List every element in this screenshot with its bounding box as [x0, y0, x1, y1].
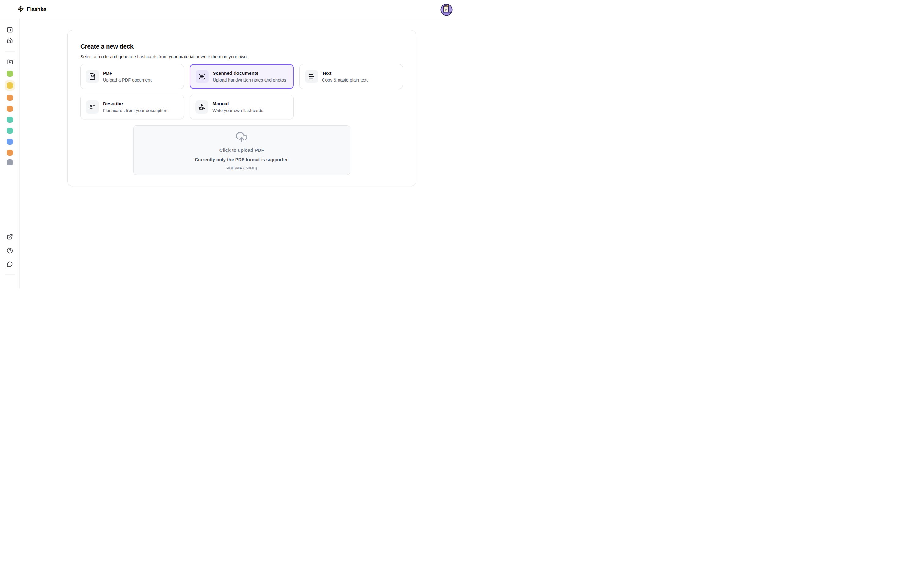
mode-scanned-documents-button[interactable]: Scanned documents Upload handwritten not… [190, 64, 293, 89]
create-deck-card: Create a new deck Select a mode and gene… [67, 30, 416, 186]
upload-hint: PDF (MAX 50MB) [226, 166, 257, 170]
mode-title: Describe [103, 102, 167, 106]
mode-title: Scanned documents [213, 71, 286, 76]
sidebar-divider-bottom [5, 274, 15, 275]
mode-selector: PDF Upload a PDF document Scanned docume… [80, 64, 403, 119]
sidebar-deck-yellow[interactable] [7, 82, 13, 89]
upload-dropzone[interactable]: Click to upload PDF Currently only the P… [133, 126, 350, 175]
sidebar-deck-gray[interactable] [7, 160, 13, 166]
sidebar-deck-orange-2[interactable] [7, 106, 13, 112]
mode-describe-button[interactable]: Describe Flashcards from your descriptio… [80, 95, 184, 119]
sidebar-deck-green[interactable] [7, 71, 13, 77]
external-link-icon[interactable] [7, 234, 13, 240]
sidebar-divider-top [5, 51, 15, 52]
lightning-bolt-icon [17, 5, 24, 13]
sidebar-deck-orange-3[interactable] [7, 150, 13, 156]
cloud-upload-icon [236, 131, 248, 143]
app-title: Flashka [27, 6, 46, 13]
panel-toggle-icon[interactable] [7, 27, 13, 33]
sidebar-deck-orange-1[interactable] [7, 95, 13, 101]
file-text-icon [86, 70, 99, 83]
sidebar-deck-teal-1[interactable] [7, 117, 13, 123]
sidebar [0, 18, 19, 288]
upload-title: Click to upload PDF [220, 147, 264, 153]
app-header: Flashka [0, 0, 462, 18]
mode-subtitle: Upload a PDF document [103, 78, 152, 82]
chat-bubble-icon[interactable] [7, 261, 13, 267]
mode-subtitle: Write your own flashcards [212, 108, 263, 113]
letter-text-icon [86, 100, 99, 114]
mode-title: PDF [103, 71, 152, 76]
sidebar-deck-teal-2[interactable] [7, 127, 13, 134]
mode-title: Text [322, 71, 368, 76]
mode-title: Manual [212, 102, 263, 106]
folder-plus-icon[interactable] [7, 59, 13, 65]
mode-subtitle: Flashcards from your description [103, 108, 167, 113]
app-logo[interactable]: Flashka [17, 0, 46, 18]
mode-text-button[interactable]: Text Copy & paste plain text [299, 64, 403, 89]
mode-pdf-button[interactable]: PDF Upload a PDF document [80, 64, 184, 89]
user-avatar[interactable] [440, 4, 452, 16]
flashcard-mascot-avatar-icon [440, 4, 452, 16]
upload-subtitle: Currently only the PDF format is support… [195, 157, 289, 162]
signature-icon [195, 100, 208, 114]
mode-subtitle: Upload handwritten notes and photos [213, 78, 286, 82]
help-circle-icon[interactable] [7, 248, 13, 254]
page-title: Create a new deck [80, 42, 403, 50]
mode-manual-button[interactable]: Manual Write your own flashcards [190, 95, 293, 119]
text-lines-icon [305, 70, 318, 83]
page-subtitle: Select a mode and generate flashcards fr… [80, 54, 403, 60]
sidebar-deck-blue[interactable] [7, 139, 13, 145]
scan-text-icon [195, 70, 209, 83]
mode-subtitle: Copy & paste plain text [322, 78, 368, 82]
home-icon[interactable] [7, 37, 13, 44]
